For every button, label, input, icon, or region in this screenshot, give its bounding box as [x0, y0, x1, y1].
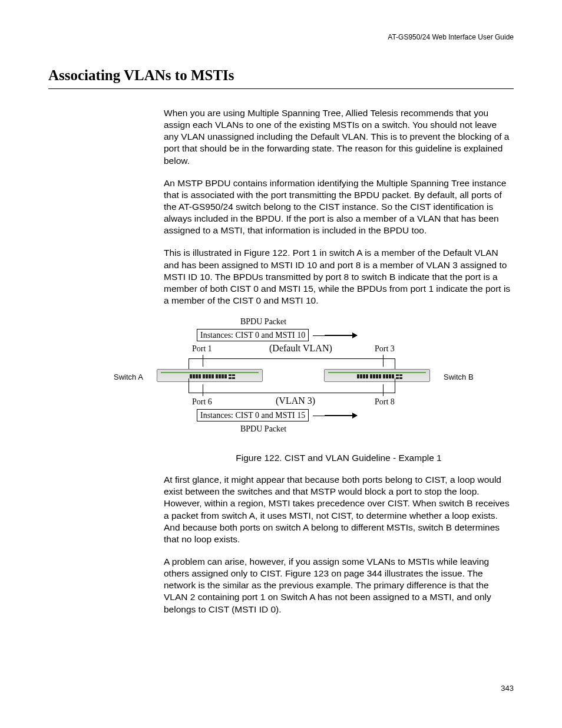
connector: [189, 378, 189, 393]
paragraph: When you are using Multiple Spanning Tre…: [164, 107, 514, 167]
connector: [203, 384, 203, 396]
connector: [395, 378, 395, 393]
page-header: AT-GS950/24 Web Interface User Guide: [388, 33, 514, 41]
default-vlan-label: (Default VLAN): [269, 343, 332, 354]
port8-label: Port 8: [375, 397, 395, 407]
switch-b-icon: [324, 369, 430, 382]
instances-box-top: Instances: CIST 0 and MSTI 10: [197, 329, 309, 341]
arrow-bottom: [325, 415, 357, 416]
arrow-top: [325, 335, 357, 336]
page-number: 343: [501, 684, 514, 693]
figure-caption: Figure 122. CIST and VLAN Guideline - Ex…: [164, 453, 514, 463]
paragraph: A problem can arise, however, if you ass…: [164, 556, 514, 615]
connector: [203, 355, 203, 367]
instances-box-bottom: Instances: CIST 0 and MSTI 15: [197, 409, 309, 421]
vlan3-label: (VLAN 3): [276, 396, 315, 406]
connector: [313, 416, 325, 416]
port6-label: Port 6: [192, 397, 212, 407]
port3-label: Port 3: [375, 344, 395, 354]
bpdu-label-top: BPDU Packet: [240, 317, 286, 327]
figure-diagram: BPDU Packet Instances: CIST 0 and MSTI 1…: [93, 317, 438, 441]
switch-a-label: Switch A: [114, 373, 143, 381]
connector: [189, 358, 395, 359]
connector: [383, 355, 384, 367]
paragraph: An MSTP BPDU contains information identi…: [164, 177, 514, 237]
connector: [383, 384, 384, 396]
paragraph: This is illustrated in Figure 122. Port …: [164, 247, 514, 307]
switch-b-label: Switch B: [444, 373, 474, 381]
connector: [189, 393, 395, 393]
connector: [313, 335, 325, 336]
bpdu-label-bottom: BPDU Packet: [240, 424, 286, 434]
port1-label: Port 1: [192, 344, 212, 354]
switch-a-icon: [157, 369, 263, 382]
section-heading: Associating VLANs to MSTIs: [48, 67, 514, 89]
paragraph: At first glance, it might appear that be…: [164, 474, 514, 545]
content-area: When you are using Multiple Spanning Tre…: [164, 107, 514, 626]
